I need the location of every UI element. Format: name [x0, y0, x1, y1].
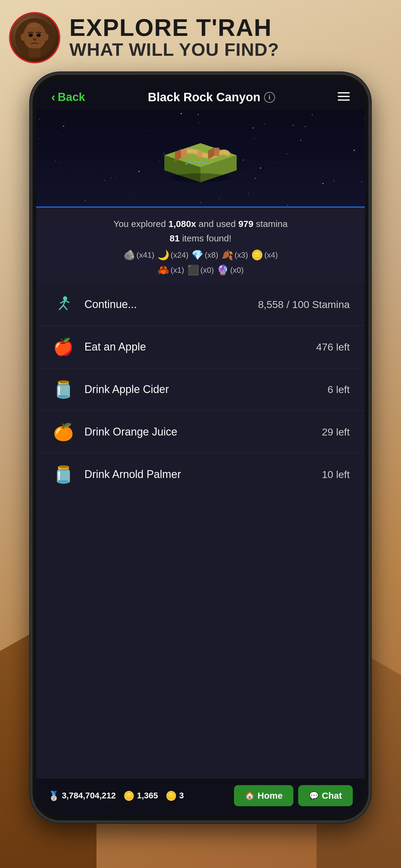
item-emoji-1: 🌙 — [157, 249, 169, 261]
item-count-2: (x8) — [205, 250, 218, 260]
svg-point-21 — [63, 296, 67, 301]
stamina-suffix: stamina — [253, 219, 287, 229]
action-icon-wrap-4: 🫙 — [51, 462, 75, 487]
nav-bar: ‹ Back Black Rock Canyon i — [36, 79, 365, 110]
back-chevron-icon: ‹ — [51, 90, 55, 104]
item-count-5: (x1) — [171, 266, 184, 275]
currency-gem: 🪙 3 — [165, 790, 184, 801]
item-icons-row-1: 🪨 (x41) 🌙 (x24) 💎 (x8) 🍂 (x3) 🪙 ( — [48, 249, 353, 261]
header-title: EXPLORE T'RAH — [69, 16, 279, 40]
svg-point-3 — [44, 33, 49, 41]
items-found-count: 81 — [169, 233, 179, 243]
item-emoji-5: 🦀 — [157, 264, 169, 276]
action-item-palmer[interactable]: 🫙 Drink Arnold Palmer 10 left — [36, 453, 365, 495]
cider-icon: 🫙 — [53, 380, 74, 399]
home-button[interactable]: 🏠 Home — [234, 785, 294, 806]
svg-rect-10 — [338, 96, 350, 97]
currency-group: 🥈 3,784,704,212 🪙 1,365 🪙 3 — [48, 790, 184, 801]
svg-rect-17 — [197, 151, 202, 158]
chat-label: Chat — [322, 790, 342, 801]
action-icon-wrap-0 — [51, 292, 75, 316]
action-value-3: 29 left — [322, 426, 350, 438]
item-icons-row-2: 🦀 (x1) ⬛ (x0) 🔮 (x0) — [48, 264, 353, 276]
item-count-3: (x3) — [235, 250, 248, 260]
action-label-3: Drink Orange Juice — [85, 426, 313, 438]
action-label-2: Drink Apple Cider — [85, 383, 318, 396]
stats-text: You explored 1,080x and used 979 stamina — [48, 217, 353, 231]
action-item-oj[interactable]: 🍊 Drink Orange Juice 29 left — [36, 411, 365, 453]
item-count-7: (x0) — [230, 266, 244, 275]
item-emoji-2: 💎 — [191, 249, 204, 261]
svg-line-23 — [59, 305, 63, 310]
item-emoji-7: 🔮 — [217, 264, 229, 276]
svg-rect-9 — [338, 92, 350, 93]
back-label: Back — [58, 91, 85, 104]
item-emoji-0: 🪨 — [123, 249, 135, 261]
location-name: Black Rock Canyon — [148, 90, 260, 104]
action-value-2: 6 left — [328, 384, 350, 396]
stats-area: You explored 1,080x and used 979 stamina… — [36, 208, 365, 283]
item-group-0: 🪨 (x41) — [123, 249, 154, 261]
explored-count: 1,080x — [168, 219, 196, 229]
item-emoji-4: 🪙 — [251, 249, 263, 261]
gold-coin-icon: 🪙 — [123, 790, 134, 801]
item-emoji-3: 🍂 — [221, 249, 234, 261]
continue-icon — [54, 295, 73, 314]
map-area — [36, 110, 365, 207]
item-count-4: (x4) — [265, 250, 278, 260]
nav-title: Black Rock Canyon i — [148, 90, 275, 104]
map-visual — [158, 125, 243, 191]
info-icon[interactable]: i — [264, 92, 275, 103]
header-text: EXPLORE T'RAH WHAT WILL YOU FIND? — [69, 16, 279, 60]
svg-line-26 — [65, 301, 69, 303]
item-group-5: 🦀 (x1) — [157, 264, 184, 276]
silver-coin-icon: 🥈 — [48, 790, 59, 801]
chat-button[interactable]: 💬 Chat — [298, 785, 353, 806]
action-item-cider[interactable]: 🫙 Drink Apple Cider 6 left — [36, 368, 365, 411]
oj-icon: 🍊 — [53, 422, 74, 442]
action-list: Continue... 8,558 / 100 Stamina 🍎 Eat an… — [36, 283, 365, 778]
svg-point-7 — [33, 38, 36, 41]
header-subtitle: WHAT WILL YOU FIND? — [69, 40, 279, 60]
chat-icon: 💬 — [309, 791, 319, 801]
svg-point-20 — [171, 173, 230, 182]
item-count-1: (x24) — [171, 250, 188, 260]
action-icon-wrap-3: 🍊 — [51, 420, 75, 444]
item-count-0: (x41) — [136, 250, 154, 260]
item-count-6: (x0) — [201, 266, 214, 275]
items-found-suffix: items found! — [180, 233, 232, 243]
vol-btn-1 — [30, 171, 33, 195]
svg-rect-15 — [181, 149, 187, 158]
gold-amount: 1,365 — [137, 791, 158, 801]
palmer-icon: 🫙 — [53, 465, 74, 484]
action-value-0: 8,558 / 100 Stamina — [258, 299, 350, 310]
phone-screen: ‹ Back Black Rock Canyon i — [36, 79, 365, 817]
svg-point-5 — [29, 33, 33, 37]
item-emoji-6: ⬛ — [187, 264, 199, 276]
explored-prefix: You explored — [113, 219, 168, 229]
item-group-3: 🍂 (x3) — [221, 249, 248, 261]
svg-rect-11 — [338, 99, 350, 101]
hamburger-icon — [338, 92, 350, 101]
action-label-1: Eat an Apple — [85, 341, 307, 353]
item-group-7: 🔮 (x0) — [217, 264, 244, 276]
action-label-4: Drink Arnold Palmer — [85, 468, 313, 481]
action-icon-wrap-2: 🫙 — [51, 377, 75, 401]
items-found-text: 81 items found! — [48, 231, 353, 246]
svg-rect-4 — [29, 48, 41, 57]
svg-point-2 — [21, 33, 26, 41]
action-item-apple[interactable]: 🍎 Eat an Apple 476 left — [36, 326, 365, 368]
action-icon-wrap-1: 🍎 — [51, 335, 75, 359]
gem-coin-icon: 🪙 — [165, 790, 177, 801]
back-button[interactable]: ‹ Back — [51, 90, 85, 104]
svg-line-24 — [63, 305, 67, 310]
menu-icon[interactable] — [338, 90, 350, 104]
avatar-image — [13, 17, 56, 59]
action-item-continue[interactable]: Continue... 8,558 / 100 Stamina — [36, 283, 365, 326]
home-icon: 🏠 — [245, 791, 254, 801]
item-group-6: ⬛ (x0) — [187, 264, 214, 276]
apple-icon: 🍎 — [53, 337, 74, 357]
svg-point-8 — [27, 22, 39, 28]
silver-amount: 3,784,704,212 — [62, 791, 116, 801]
vol-btn-2 — [30, 204, 33, 228]
